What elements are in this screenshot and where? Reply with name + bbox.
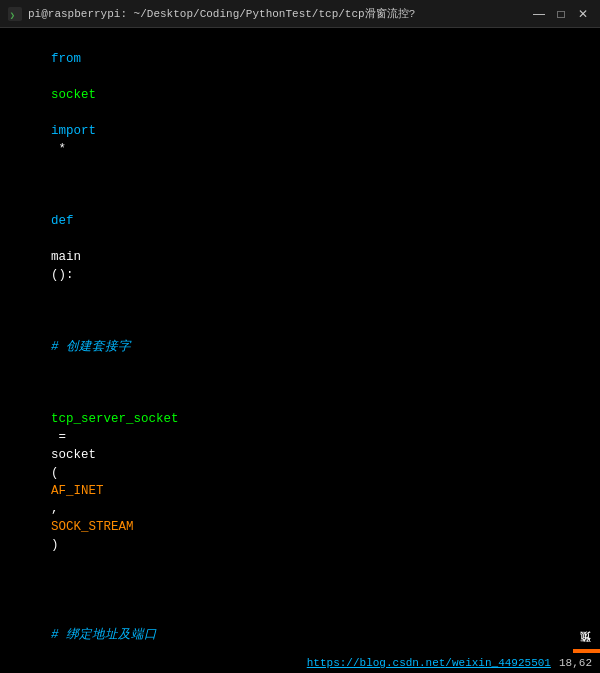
blog-link: https://blog.csdn.net/weixin_44925501 — [307, 657, 551, 669]
code-line-7: # 绑定地址及端口 — [6, 590, 594, 662]
terminal-icon: ❯ — [8, 7, 22, 21]
close-button[interactable]: ✕ — [574, 5, 592, 23]
comment-create-socket: # 创建套接字 — [51, 340, 131, 354]
code-line-blank-2 — [6, 572, 594, 590]
const-af-inet: AF_INET — [51, 484, 104, 498]
keyword-def: def — [51, 214, 74, 228]
code-line-3: def main (): — [6, 194, 594, 302]
comment-bind: # 绑定地址及端口 — [51, 628, 157, 642]
code-line-blank-1 — [6, 176, 594, 194]
window-title: pi@raspberrypi: ~/Desktop/Coding/PythonT… — [28, 6, 415, 21]
const-sock-stream: SOCK_STREAM — [51, 520, 134, 534]
code-line-5: tcp_server_socket = socket ( AF_INET , S… — [6, 374, 594, 572]
code-line-4: # 创建套接字 — [6, 302, 594, 374]
keyword-from: from — [51, 52, 81, 66]
side-label: 预览 — [573, 649, 600, 653]
var-tcp-server-socket: tcp_server_socket — [51, 412, 179, 426]
window: ❯ pi@raspberrypi: ~/Desktop/Coding/Pytho… — [0, 0, 600, 673]
code-line-1: from socket import * — [6, 32, 594, 176]
title-bar-left: ❯ pi@raspberrypi: ~/Desktop/Coding/Pytho… — [8, 6, 415, 21]
window-controls: — □ ✕ — [530, 5, 592, 23]
minimize-button[interactable]: — — [530, 5, 548, 23]
svg-text:❯: ❯ — [10, 10, 15, 20]
keyword-socket: socket — [51, 88, 96, 102]
bottom-bar: https://blog.csdn.net/weixin_44925501 18… — [0, 653, 600, 673]
maximize-button[interactable]: □ — [552, 5, 570, 23]
keyword-import: import — [51, 124, 96, 138]
fn-socket-call: socket — [51, 448, 96, 462]
cursor-position: 18,62 — [559, 657, 592, 669]
title-bar: ❯ pi@raspberrypi: ~/Desktop/Coding/Pytho… — [0, 0, 600, 28]
fn-main: main — [51, 250, 81, 264]
terminal-body[interactable]: from socket import * def main (): # 创建套接… — [0, 28, 600, 673]
